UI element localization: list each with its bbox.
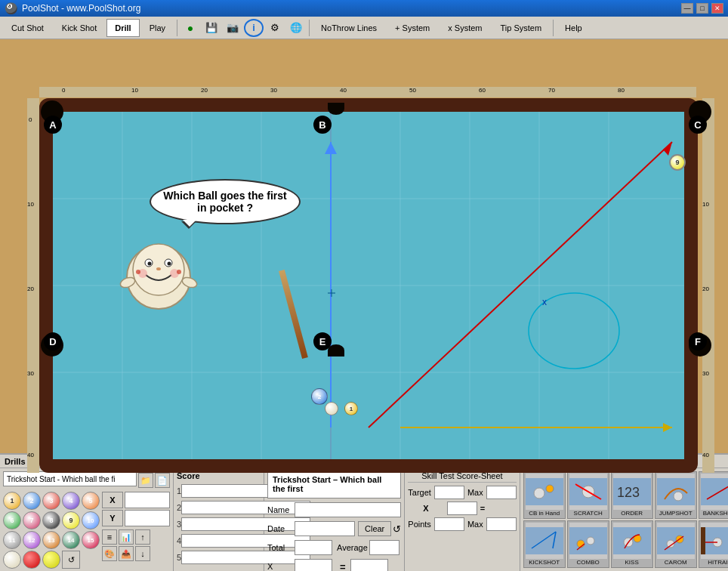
app-title: PoolShot - www.PoolShot.org [22, 3, 140, 14]
plus-system-button[interactable]: + System [387, 19, 438, 37]
thumb-bank-label: BANKSHOT [703, 510, 728, 517]
name-input[interactable] [295, 502, 401, 517]
points-input[interactable] [434, 517, 464, 531]
thumb-scratch[interactable]: SCRATCH [567, 471, 609, 519]
ball-9-btn[interactable]: 9 [62, 511, 80, 529]
corner-d: D [44, 332, 62, 350]
minimize-button[interactable]: — [681, 3, 693, 14]
svg-point-37 [546, 485, 554, 492]
play-button[interactable]: Play [141, 19, 174, 37]
cue-ball-btn[interactable] [3, 551, 21, 569]
ball-15[interactable]: 15 [82, 531, 100, 549]
camera-icon[interactable]: 📷 [223, 19, 242, 37]
ball-7[interactable]: 7 [23, 511, 41, 529]
target-label: Target [408, 488, 431, 497]
refresh-icon[interactable]: ↺ [62, 551, 80, 569]
svg-marker-18 [325, 142, 337, 154]
thumb-kiss-img [613, 523, 651, 559]
score-row-2: 2 [177, 500, 261, 515]
folder-icon[interactable]: 📁 [138, 473, 153, 488]
ball-5[interactable]: 5 [82, 492, 100, 510]
internet-icon[interactable]: 🌐 [286, 19, 306, 37]
drill-dropdown[interactable]: Trickshot Start - Which ball the fi [3, 471, 137, 486]
reset-icon[interactable]: ↺ [393, 523, 401, 535]
thumb-carom[interactable]: CAROM [655, 520, 697, 568]
result-input[interactable] [350, 559, 388, 571]
thumb-kickshot[interactable]: KICKSHOT [523, 520, 566, 568]
svg-rect-43 [657, 478, 695, 505]
thumb-combo[interactable]: COMBO [567, 520, 609, 568]
help-button[interactable]: Help [557, 19, 591, 37]
thumb-kick-img [526, 523, 563, 559]
y-input[interactable] [125, 510, 170, 526]
list-icon[interactable]: ≡ [102, 529, 117, 545]
skill-eq: = [480, 504, 485, 513]
app-icon: 🎱 [5, 2, 17, 14]
thumb-carom-img [657, 523, 695, 559]
thumb-kiss[interactable]: KISS [611, 520, 653, 568]
color-icon[interactable]: 🎨 [102, 546, 117, 561]
max-input-2[interactable] [486, 517, 517, 531]
export-icon[interactable]: 📤 [119, 546, 134, 561]
chart-icon[interactable]: 📊 [119, 529, 134, 545]
green-circle-icon[interactable]: ● [180, 19, 200, 37]
cut-shot-button[interactable]: Cut Shot [3, 19, 52, 37]
close-button[interactable]: ✕ [711, 3, 723, 14]
info-icon[interactable]: i [244, 19, 264, 37]
speech-bubble: Which Ball goes the first in pocket ? [150, 179, 301, 224]
maximize-button[interactable]: □ [696, 3, 708, 14]
x-score-input[interactable] [295, 559, 332, 571]
clear-button[interactable]: Clear [358, 521, 391, 536]
corner-a: A [44, 116, 62, 134]
x-label: X [102, 492, 123, 508]
menu-divider-2 [309, 20, 310, 36]
ball-4[interactable]: 4 [62, 492, 80, 510]
down-icon[interactable]: ↓ [135, 546, 150, 561]
ball-1[interactable]: 1 [3, 492, 21, 510]
thumb-bank-img [701, 474, 728, 510]
ball-8[interactable]: 8 [42, 511, 60, 529]
table-area[interactable]: 0 10 20 30 40 50 60 70 80 0 10 20 30 40 … [0, 39, 728, 477]
total-input[interactable] [295, 540, 332, 555]
kick-shot-button[interactable]: Kick Shot [54, 19, 105, 37]
save-icon[interactable]: 💾 [202, 19, 221, 37]
thumbnails-section: CB in Hand SCRATCH 123 [520, 468, 728, 571]
up-icon[interactable]: ↑ [135, 529, 150, 545]
no-throw-button[interactable]: NoThrow Lines [313, 19, 385, 37]
thumb-hitrail[interactable]: HITRAIL [699, 520, 728, 568]
svg-point-34 [156, 267, 161, 270]
date-input[interactable] [295, 521, 355, 536]
thumb-combo-label: COMBO [577, 559, 600, 566]
target-input[interactable] [434, 486, 464, 499]
thumb-cb-in-hand[interactable]: CB in Hand [523, 471, 566, 519]
pocket-bm [328, 344, 344, 356]
ball-2[interactable]: 2 [23, 492, 41, 510]
thumb-order[interactable]: 123 ORDER [611, 471, 653, 519]
score-row-5: 5 [177, 550, 261, 565]
ball-10[interactable]: 10 [82, 511, 100, 529]
red-ball-btn[interactable] [23, 551, 41, 569]
ball-14[interactable]: 14 [62, 531, 80, 549]
thumb-jumpshot[interactable]: JUMPSHOT [655, 471, 697, 519]
thumb-order-label: ORDER [621, 510, 643, 517]
ball-3[interactable]: 3 [42, 492, 60, 510]
skill-x-input[interactable] [447, 502, 477, 515]
yellow-ball-btn[interactable] [42, 551, 60, 569]
ball-11[interactable]: 11 [3, 531, 21, 549]
new-icon[interactable]: 📄 [155, 473, 170, 488]
max-input-1[interactable] [486, 486, 517, 499]
ball-13[interactable]: 13 [42, 531, 60, 549]
thumb-jump-img [657, 474, 695, 510]
settings-icon[interactable]: ⚙ [265, 19, 285, 37]
x-input[interactable] [125, 492, 170, 508]
drill-button[interactable]: Drill [106, 19, 139, 37]
ball-6[interactable]: 6 [3, 511, 21, 529]
thumb-bankshot[interactable]: BANKSHOT [699, 471, 728, 519]
average-input[interactable] [369, 540, 399, 555]
x-system-button[interactable]: x System [440, 19, 490, 37]
pocket-tm [328, 103, 344, 115]
tip-system-button[interactable]: Tip System [492, 19, 550, 37]
corner-e: E [313, 332, 332, 350]
ball-12[interactable]: 12 [23, 531, 41, 549]
thumb-hitrail-label: HITRAIL [708, 559, 728, 566]
